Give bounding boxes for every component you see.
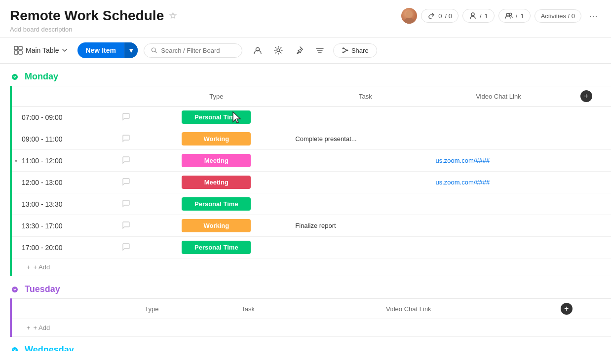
comment-cell[interactable] xyxy=(115,107,138,128)
svg-line-9 xyxy=(155,51,156,53)
type-badge[interactable]: Personal Time xyxy=(182,197,251,211)
monday-add-row: + + Add xyxy=(11,258,611,276)
time-cell: 13:00 - 13:30 xyxy=(22,193,115,215)
type-cell[interactable]: Working xyxy=(137,128,295,150)
col-header-task: Task xyxy=(295,86,435,107)
group-name-monday[interactable]: Monday xyxy=(25,72,58,82)
time-cell: 07:00 - 09:00 xyxy=(22,107,115,128)
pin-icon[interactable] xyxy=(292,43,306,58)
monday-add-button[interactable]: + + Add xyxy=(22,258,611,276)
col-header-add[interactable]: + xyxy=(561,86,611,107)
table-name: Main Table xyxy=(26,46,59,54)
add-column-button-tuesday[interactable]: + xyxy=(561,303,573,315)
link-cell[interactable]: us.zoom.com/#### xyxy=(435,172,561,193)
type-cell[interactable]: Personal Time xyxy=(137,193,295,215)
svg-rect-6 xyxy=(14,51,18,54)
comment-cell[interactable] xyxy=(115,215,138,237)
table-selector[interactable]: Main Table xyxy=(10,43,72,57)
type-badge[interactable]: Personal Time xyxy=(182,110,251,124)
members-chip[interactable]: / 1 xyxy=(498,9,531,23)
new-item-button[interactable]: New Item ▾ xyxy=(77,42,137,58)
type-cell[interactable]: Personal Time xyxy=(137,107,295,128)
search-input[interactable] xyxy=(161,47,235,54)
svg-rect-4 xyxy=(14,46,18,50)
guests-count: 1 xyxy=(485,12,488,20)
task-cell xyxy=(295,150,435,172)
link-cell[interactable] xyxy=(435,193,561,215)
type-badge[interactable]: Working xyxy=(182,132,251,146)
group-bar xyxy=(11,107,22,128)
star-icon[interactable]: ☆ xyxy=(169,10,177,21)
task-cell xyxy=(295,107,435,128)
settings-icon[interactable] xyxy=(271,43,286,58)
type-badge[interactable]: Working xyxy=(182,219,251,232)
tuesday-add-button[interactable]: + + Add xyxy=(22,319,611,336)
group-tuesday: Tuesday Type Task Video Chat Link + xyxy=(0,276,611,337)
comment-cell[interactable] xyxy=(115,128,138,150)
group-wednesday: Wednesday Type Task Video Chat Link + xyxy=(0,337,611,351)
link-cell[interactable] xyxy=(435,128,561,150)
type-badge[interactable]: Meeting xyxy=(182,154,251,167)
search-box[interactable] xyxy=(144,43,242,58)
board-title: Remote Work Schedule ☆ xyxy=(10,8,177,24)
main-content: Monday Type Task Video Chat Link + xyxy=(0,64,611,351)
members-count: 1 xyxy=(520,12,524,20)
comment-cell[interactable] xyxy=(115,172,138,193)
group-toggle-tuesday[interactable] xyxy=(10,285,20,294)
group-bar xyxy=(11,172,22,193)
link-cell[interactable] xyxy=(435,215,561,237)
time-cell: 17:00 - 20:00 xyxy=(22,237,115,258)
link-cell[interactable]: us.zoom.com/#### xyxy=(435,150,561,172)
type-badge[interactable]: Personal Time xyxy=(182,241,251,254)
share-link-chip[interactable]: 0 / 0 xyxy=(421,9,458,23)
table-row: ▾ 11:00 - 12:00 Meeting us.zoom.com/#### xyxy=(11,150,611,172)
table-row: 09:00 - 11:00 Working Complete presentat… xyxy=(11,128,611,150)
task-cell xyxy=(295,193,435,215)
comment-cell[interactable] xyxy=(115,237,138,258)
svg-line-19 xyxy=(343,50,347,52)
table-row: 13:30 - 17:00 Working Finalize report xyxy=(11,215,611,237)
task-cell: Complete presentat... xyxy=(295,128,435,150)
svg-point-3 xyxy=(509,13,511,16)
filter-icon[interactable] xyxy=(312,43,327,58)
task-cell xyxy=(295,172,435,193)
person-filter-icon[interactable] xyxy=(250,43,265,58)
group-name-tuesday[interactable]: Tuesday xyxy=(25,284,60,294)
type-cell[interactable]: Personal Time xyxy=(137,237,295,258)
guests-chip[interactable]: / 1 xyxy=(462,9,495,23)
task-cell: Finalize report xyxy=(295,215,435,237)
board-description[interactable]: Add board description xyxy=(10,26,601,33)
activities-label: Activities / 0 xyxy=(541,12,575,20)
svg-point-0 xyxy=(406,11,413,18)
avatar[interactable] xyxy=(401,8,417,24)
svg-line-18 xyxy=(343,48,347,50)
header-actions: 0 / 0 / 1 / 1 Activities / 0 ⋯ xyxy=(401,8,601,24)
share-button[interactable]: Share xyxy=(333,43,377,58)
group-toggle-wednesday[interactable] xyxy=(10,345,20,352)
new-item-chevron[interactable]: ▾ xyxy=(124,42,138,58)
activities-chip[interactable]: Activities / 0 xyxy=(535,9,581,23)
group-toggle-monday[interactable] xyxy=(10,72,20,82)
tuesday-add-row: + + Add xyxy=(11,319,611,337)
svg-point-11 xyxy=(277,49,280,52)
search-icon xyxy=(151,47,157,54)
toolbar-icons xyxy=(250,43,327,58)
comment-cell[interactable] xyxy=(115,193,138,215)
group-header-wednesday: Wednesday xyxy=(0,337,611,351)
type-cell[interactable]: Working xyxy=(137,215,295,237)
group-bar xyxy=(11,215,22,237)
comment-cell[interactable] xyxy=(115,150,138,172)
type-badge[interactable]: Meeting xyxy=(182,176,251,189)
table-row: 17:00 - 20:00 Personal Time xyxy=(11,237,611,258)
group-header-tuesday: Tuesday xyxy=(0,276,611,298)
col-header-type: Type xyxy=(137,86,295,107)
add-column-button-monday[interactable]: + xyxy=(580,90,592,102)
link-cell[interactable] xyxy=(435,107,561,128)
more-options-button[interactable]: ⋯ xyxy=(585,8,601,24)
tuesday-table: Type Task Video Chat Link + + + Add xyxy=(10,298,611,337)
type-cell[interactable]: Meeting xyxy=(137,150,295,172)
chevron-down-icon xyxy=(62,47,68,53)
type-cell[interactable]: Meeting xyxy=(137,172,295,193)
link-cell[interactable] xyxy=(435,237,561,258)
group-name-wednesday[interactable]: Wednesday xyxy=(25,345,74,351)
